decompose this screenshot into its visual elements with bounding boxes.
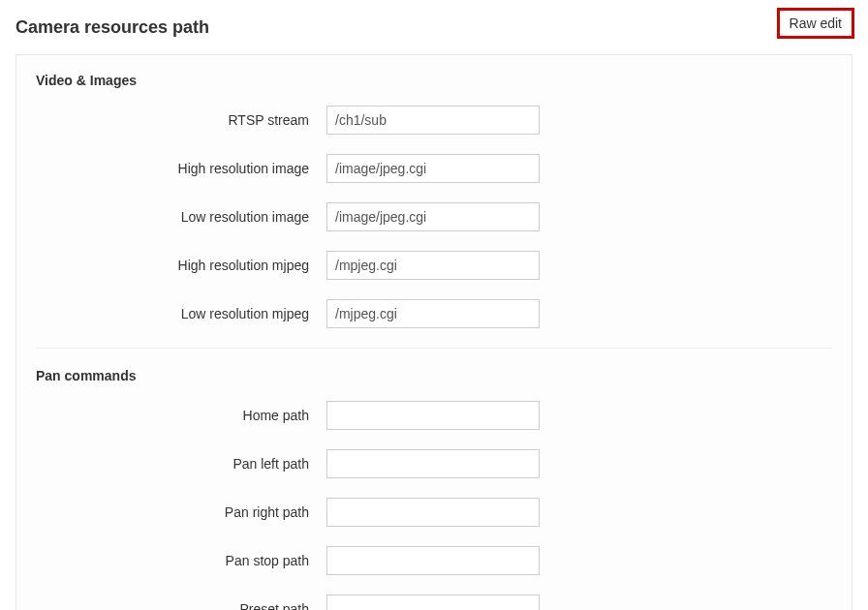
input-low-res-image[interactable] — [326, 202, 540, 231]
page-title: Camera resources path — [16, 17, 209, 38]
form-row-preset-path: Preset path — [36, 595, 832, 610]
section-title-video-images: Video & Images — [36, 73, 832, 88]
label-pan-right-path: Pan right path — [36, 504, 326, 520]
form-row-home-path: Home path — [36, 401, 832, 430]
section-title-pan-commands: Pan commands — [36, 368, 832, 383]
label-pan-stop-path: Pan stop path — [36, 553, 326, 568]
raw-edit-highlight: Raw edit — [779, 10, 852, 37]
label-preset-path: Preset path — [36, 601, 326, 610]
form-row-low-res-image: Low resolution image — [36, 202, 832, 231]
form-row-pan-left-path: Pan left path — [36, 449, 832, 478]
input-home-path[interactable] — [326, 401, 540, 430]
form-row-high-res-image: High resolution image — [36, 154, 832, 183]
input-high-res-mjpeg[interactable] — [326, 251, 540, 280]
label-rtsp-stream: RTSP stream — [36, 112, 326, 128]
label-home-path: Home path — [36, 408, 326, 423]
form-row-rtsp-stream: RTSP stream — [36, 106, 832, 135]
input-rtsp-stream[interactable] — [326, 106, 540, 135]
input-low-res-mjpeg[interactable] — [326, 299, 540, 328]
input-pan-left-path[interactable] — [326, 449, 540, 478]
input-preset-path[interactable] — [326, 595, 540, 610]
settings-panel: Video & Images RTSP stream High resoluti… — [16, 54, 852, 610]
label-low-res-image: Low resolution image — [36, 209, 326, 225]
label-low-res-mjpeg: Low resolution mjpeg — [36, 306, 326, 321]
raw-edit-button[interactable]: Raw edit — [779, 10, 852, 37]
form-row-pan-right-path: Pan right path — [36, 498, 832, 527]
header-row: Camera resources path Raw edit — [0, 0, 868, 54]
label-high-res-image: High resolution image — [36, 161, 326, 176]
input-pan-stop-path[interactable] — [326, 546, 540, 575]
section-divider — [36, 348, 832, 349]
label-high-res-mjpeg: High resolution mjpeg — [36, 258, 326, 273]
label-pan-left-path: Pan left path — [36, 456, 326, 472]
input-pan-right-path[interactable] — [326, 498, 540, 527]
form-row-high-res-mjpeg: High resolution mjpeg — [36, 251, 832, 280]
form-row-low-res-mjpeg: Low resolution mjpeg — [36, 299, 832, 328]
input-high-res-image[interactable] — [326, 154, 540, 183]
form-row-pan-stop-path: Pan stop path — [36, 546, 832, 575]
